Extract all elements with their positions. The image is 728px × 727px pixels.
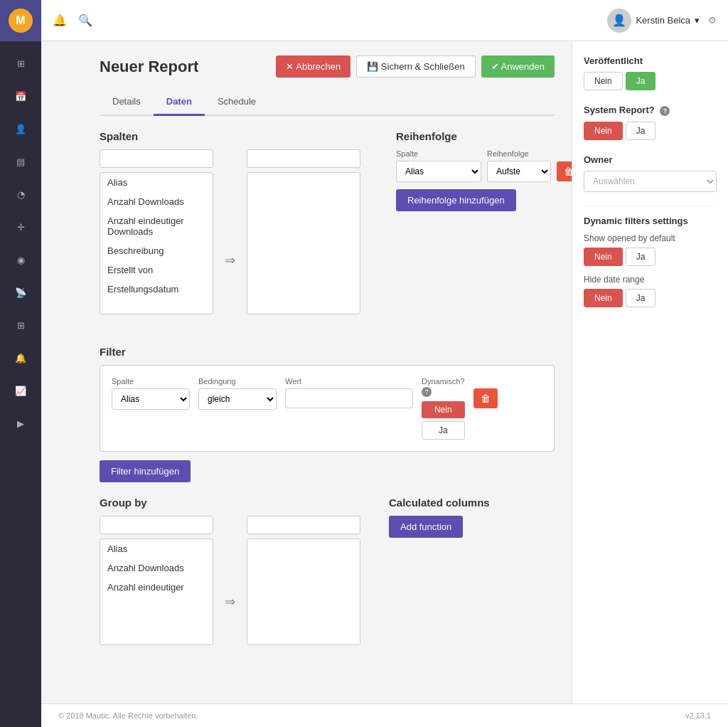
sidebar-item-reports[interactable]: ▤ bbox=[0, 145, 41, 178]
reihenfolge-order-col: Reihenfolge Aufste bbox=[487, 149, 551, 182]
columns-list-right[interactable] bbox=[247, 172, 360, 314]
columns-arrow[interactable]: ⇒ bbox=[225, 206, 235, 314]
reihenfolge-spalte-select[interactable]: Alias bbox=[396, 161, 481, 182]
sidebar-item-more[interactable]: ▶ bbox=[0, 407, 41, 440]
group-search-right[interactable] bbox=[247, 516, 360, 534]
dashboard-icon: ⊞ bbox=[17, 58, 25, 69]
avatar: 👤 bbox=[607, 9, 631, 33]
tab-daten[interactable]: Daten bbox=[154, 89, 205, 116]
reihenfolge-order-select[interactable]: Aufste bbox=[487, 161, 551, 182]
avatar-icon: 👤 bbox=[612, 14, 626, 27]
show-opened-nein-button[interactable]: Nein bbox=[584, 248, 623, 266]
group-list-left[interactable]: Alias Anzahl Downloads Anzahl eindeutige… bbox=[100, 538, 213, 645]
system-report-nein-button[interactable]: Nein bbox=[584, 122, 623, 140]
sidebar-item-calendar[interactable]: 📅 bbox=[0, 80, 41, 112]
columns-section: Spalten Alias Anzahl Downloads Anzahl ei… bbox=[100, 130, 360, 329]
list-item[interactable]: Anzahl Downloads bbox=[100, 558, 213, 578]
reihenfolge-delete-col: 🗑 bbox=[557, 161, 572, 181]
reports-icon: ▤ bbox=[16, 156, 25, 167]
user-menu[interactable]: 👤 Kerstin Belca ▾ bbox=[607, 9, 700, 33]
filter-bedingung-select[interactable]: gleich bbox=[198, 388, 277, 410]
filter-title: Filter bbox=[100, 346, 555, 358]
tab-schedule[interactable]: Schedule bbox=[205, 89, 269, 116]
group-list-right[interactable] bbox=[247, 538, 360, 645]
sidebar-nav: ⊞ 📅 👤 ▤ ◔ ✛ ◉ 📡 ⊞ 🔔 📈 bbox=[0, 47, 41, 440]
filter-dynamisch-help: ? bbox=[422, 387, 465, 397]
columns-search-right[interactable] bbox=[247, 149, 360, 168]
sidebar-item-points[interactable]: ◉ bbox=[0, 243, 41, 276]
group-arrow[interactable]: ⇒ bbox=[225, 558, 235, 645]
add-function-button[interactable]: Add function bbox=[389, 516, 463, 538]
published-toggle: Nein Ja bbox=[584, 72, 717, 90]
dynamisch-nein-button[interactable]: Nein bbox=[422, 401, 465, 418]
sidebar-logo[interactable]: M bbox=[0, 0, 41, 41]
filter-row: Spalte Alias Bedingung gleich Wert bbox=[112, 377, 542, 440]
group-search-left[interactable] bbox=[100, 516, 213, 534]
list-item[interactable]: Anzahl Downloads bbox=[100, 192, 213, 211]
filter-delete-button[interactable]: 🗑 bbox=[473, 388, 498, 408]
components-icon: ✛ bbox=[17, 222, 25, 233]
reihenfolge-delete-button[interactable]: 🗑 bbox=[557, 161, 572, 181]
sidebar-item-forms[interactable]: ⊞ bbox=[0, 309, 41, 341]
published-ja-button[interactable]: Ja bbox=[626, 72, 656, 90]
save-button[interactable]: 💾 Sichern & Schließen bbox=[356, 55, 475, 78]
columns-list-left[interactable]: Alias Anzahl Downloads Anzahl eindeutige… bbox=[100, 172, 213, 314]
list-item[interactable]: Beschreibung bbox=[100, 241, 213, 260]
sidebar-item-analytics[interactable]: 📈 bbox=[0, 374, 41, 407]
filter-spalte-select[interactable]: Alias bbox=[112, 388, 190, 410]
sidebar-item-notifications[interactable]: 🔔 bbox=[0, 341, 41, 374]
add-filter-button[interactable]: Filter hinzufügen bbox=[100, 460, 191, 482]
show-opened-toggle: Nein Ja bbox=[584, 248, 717, 266]
dynamic-filters-section: Dynamic filters settings Show opened by … bbox=[584, 206, 717, 307]
sidebar-item-segments[interactable]: ◔ bbox=[0, 178, 41, 211]
header-buttons: ✕ Abbrechen 💾 Sichern & Schließen ✔ Anwe… bbox=[276, 55, 555, 78]
group-by-title: Group by bbox=[100, 497, 360, 509]
columns-search-left[interactable] bbox=[100, 149, 213, 168]
owner-label: Owner bbox=[584, 154, 717, 165]
owner-select[interactable]: Auswählen bbox=[584, 171, 717, 192]
filter-box: Spalte Alias Bedingung gleich Wert bbox=[100, 365, 555, 452]
system-report-ja-button[interactable]: Ja bbox=[626, 122, 656, 140]
list-item[interactable]: Alias bbox=[100, 173, 213, 192]
contacts-icon: 👤 bbox=[15, 124, 26, 134]
list-item[interactable]: Anzahl eindeutiger Downloads bbox=[100, 211, 213, 241]
dynamisch-ja-button[interactable]: Ja bbox=[422, 421, 465, 440]
forms-icon: ⊞ bbox=[17, 320, 25, 331]
search-icon[interactable]: 🔍 bbox=[78, 14, 92, 27]
hide-date-ja-button[interactable]: Ja bbox=[626, 289, 656, 307]
filter-wert-input[interactable] bbox=[285, 388, 413, 408]
hide-date-nein-button[interactable]: Nein bbox=[584, 289, 623, 307]
add-reihenfolge-button[interactable]: Reihenfolge hinzufügen bbox=[396, 189, 516, 211]
tab-details[interactable]: Details bbox=[100, 89, 154, 116]
notifications-icon: 🔔 bbox=[15, 353, 26, 364]
list-item[interactable]: Alias bbox=[100, 539, 213, 558]
list-item[interactable]: Erstellungsdatum bbox=[100, 280, 213, 299]
points-icon: ◉ bbox=[17, 255, 25, 265]
reihenfolge-order-label: Reihenfolge bbox=[487, 149, 551, 158]
group-by-area: Alias Anzahl Downloads Anzahl eindeutige… bbox=[100, 516, 360, 645]
hide-date-toggle: Nein Ja bbox=[584, 289, 717, 307]
published-nein-button[interactable]: Nein bbox=[584, 72, 623, 90]
sidebar-item-dashboard[interactable]: ⊞ bbox=[0, 47, 41, 80]
filter-delete-col: 🗑 bbox=[473, 388, 498, 408]
show-opened-ja-button[interactable]: Ja bbox=[626, 248, 656, 266]
sidebar-item-components[interactable]: ✛ bbox=[0, 211, 41, 243]
reihenfolge-title: Reihenfolge bbox=[396, 130, 572, 142]
columns-title: Spalten bbox=[100, 130, 360, 142]
analytics-icon: 📈 bbox=[15, 386, 26, 396]
logo-letter: M bbox=[9, 9, 33, 33]
calculated-title: Calculated columns bbox=[389, 497, 555, 509]
filter-bedingung-col: Bedingung gleich bbox=[198, 377, 277, 410]
user-name: Kerstin Belca bbox=[636, 15, 690, 26]
filter-spalte-col: Spalte Alias bbox=[112, 377, 190, 410]
sidebar-item-campaigns[interactable]: 📡 bbox=[0, 276, 41, 309]
list-item[interactable]: Erstellt von bbox=[100, 260, 213, 280]
cancel-button[interactable]: ✕ Abbrechen bbox=[276, 55, 350, 78]
settings-icon[interactable]: ⚙ bbox=[708, 15, 717, 26]
apply-button[interactable]: ✔ Anwenden bbox=[481, 55, 555, 78]
sidebar-item-contacts[interactable]: 👤 bbox=[0, 112, 41, 145]
segments-icon: ◔ bbox=[17, 189, 25, 200]
footer-copyright: © 2018 Mautic. Alle Rechte vorbehalten. bbox=[58, 711, 198, 720]
list-item[interactable]: Anzahl eindeutiger bbox=[100, 578, 213, 597]
bell-icon[interactable]: 🔔 bbox=[53, 14, 67, 27]
